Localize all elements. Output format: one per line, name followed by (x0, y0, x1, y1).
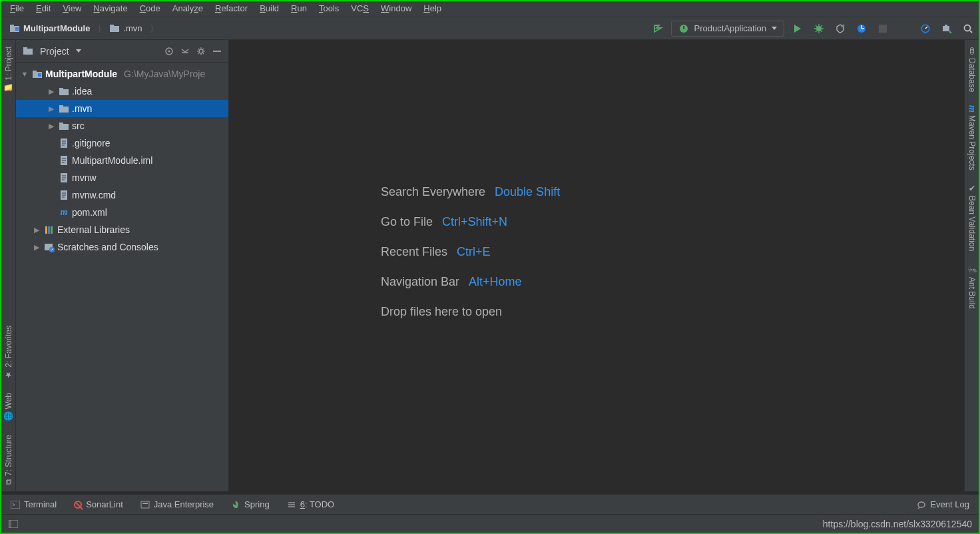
left-tool-strip: 📁1: Project ★2: Favorites 🌐Web ⧉7: Struc… (1, 40, 16, 491)
menu-window[interactable]: Window (375, 1, 417, 15)
chevron-down-icon (772, 27, 777, 30)
menu-file[interactable]: File (4, 1, 30, 15)
svg-rect-11 (943, 26, 949, 31)
placeholder-row: Go to FileCtrl+Shift+N (381, 215, 560, 229)
gear-icon[interactable] (196, 47, 206, 56)
tree-scratches[interactable]: ▶Scratches and Consoles (16, 238, 228, 256)
module-icon (32, 69, 43, 79)
menu-code[interactable]: Code (134, 1, 166, 15)
tree-external-libraries[interactable]: ▶External Libraries (16, 221, 228, 238)
breadcrumb-item[interactable]: .mvn (104, 21, 147, 36)
debug-button[interactable] (811, 21, 827, 37)
tab-spring[interactable]: Spring (231, 499, 270, 509)
expand-arrow-icon[interactable]: ▶ (47, 105, 56, 113)
gauge-icon[interactable] (917, 21, 933, 37)
update-button[interactable] (939, 21, 955, 37)
svg-rect-21 (33, 71, 37, 73)
tree-item[interactable]: ▶src (16, 117, 228, 134)
menu-view[interactable]: View (57, 1, 87, 15)
menu-analyze[interactable]: Analyze (166, 1, 209, 15)
project-title[interactable]: Project (40, 46, 69, 57)
profiler-button[interactable] (854, 21, 869, 37)
tab-sonarlint[interactable]: SonarLint (74, 499, 123, 509)
breadcrumb-separator: ⟩ (98, 23, 101, 33)
menu-run[interactable]: Run (285, 1, 313, 15)
tree-item[interactable]: .gitignore (16, 134, 228, 152)
right-tool-strip: 🛢Database mMaven Projects ✔Bean Validati… (964, 40, 979, 491)
status-watermark: https://blog.csdn.net/slx3320612540 (823, 519, 972, 529)
expand-arrow-icon[interactable]: ▶ (47, 122, 56, 131)
menu-tools[interactable]: Tools (313, 1, 345, 15)
breadcrumb-separator: ⟩ (150, 23, 154, 33)
tree-root[interactable]: ▼MultipartModuleG:\MyJava\MyProje (16, 65, 228, 83)
tree-item-label: pom.xml (72, 207, 107, 218)
menu-vcs[interactable]: VCS (345, 1, 375, 15)
expand-arrow-icon[interactable]: ▼ (20, 70, 29, 78)
placeholder-label: Search Everywhere (381, 185, 485, 199)
folder-icon (59, 103, 69, 114)
build-button[interactable] (650, 21, 666, 37)
svg-rect-14 (23, 49, 33, 55)
expand-arrow-icon[interactable]: ▶ (32, 243, 41, 252)
expand-arrow-icon[interactable]: ▶ (47, 87, 56, 96)
tool-bean-validation[interactable]: ✔Bean Validation (967, 177, 977, 258)
sonarlint-icon (74, 501, 82, 509)
tree-item[interactable]: mvnw.cmd (16, 186, 228, 204)
locate-icon[interactable] (164, 47, 174, 56)
breadcrumb-label: .mvn (123, 23, 142, 33)
placeholder-shortcut: Ctrl+Shift+N (442, 215, 507, 229)
run-config-selector[interactable]: ProductApplication (671, 21, 784, 37)
hide-icon[interactable] (212, 47, 222, 56)
tab-terminal[interactable]: Terminal (11, 499, 57, 509)
tool-maven[interactable]: mMaven Projects (967, 99, 977, 177)
project-tree[interactable]: ▼MultipartModuleG:\MyJava\MyProje▶.idea▶… (16, 63, 228, 491)
breadcrumb-item[interactable]: MultipartModule (4, 21, 95, 36)
placeholder-label: Navigation Bar (381, 275, 459, 289)
tree-item[interactable]: MultipartModule.iml (16, 152, 228, 169)
menu-edit[interactable]: Edit (30, 1, 57, 15)
tab-todo[interactable]: 6: TODO (287, 499, 335, 509)
menu-help[interactable]: Help (417, 1, 447, 15)
tab-java-enterprise[interactable]: Java Enterprise (140, 499, 214, 509)
project-tool-window: Project ▼MultipartModuleG:\MyJava\MyProj… (16, 40, 229, 491)
tool-ant[interactable]: 🐜Ant Build (967, 258, 977, 316)
run-config-name: ProductApplication (694, 23, 766, 33)
expand-arrow-icon[interactable]: ▶ (32, 226, 41, 234)
maven-icon: m (59, 207, 69, 218)
file-icon (59, 172, 69, 183)
tree-item[interactable]: ▶.mvn (16, 100, 228, 117)
tree-item[interactable]: ▶.idea (16, 83, 228, 100)
collapse-all-icon[interactable] (180, 47, 190, 56)
svg-point-18 (199, 49, 203, 53)
tool-database[interactable]: 🛢Database (967, 40, 977, 99)
tool-project[interactable]: 📁1: Project (4, 40, 13, 100)
svg-rect-35 (51, 226, 53, 234)
scratches-icon (44, 242, 55, 252)
stop-button[interactable] (875, 21, 891, 37)
menu-navigate[interactable]: Navigate (87, 1, 133, 15)
svg-point-17 (168, 50, 170, 52)
tool-structure[interactable]: ⧉7: Structure (4, 428, 13, 491)
run-button[interactable] (790, 21, 806, 37)
search-button[interactable] (960, 21, 976, 37)
tree-item[interactable]: mvnw (16, 169, 228, 186)
tree-item-label: src (72, 121, 85, 131)
tree-item-label: MultipartModule.iml (72, 155, 152, 166)
folder-icon (109, 23, 120, 34)
libraries-icon (44, 224, 55, 235)
tool-favorites[interactable]: ★2: Favorites (4, 319, 13, 386)
tree-item[interactable]: mpom.xml (16, 204, 228, 221)
svg-rect-34 (48, 226, 50, 234)
coverage-button[interactable] (832, 21, 848, 37)
file-icon (59, 155, 69, 166)
module-icon (9, 23, 20, 34)
tool-windows-toggle-icon[interactable] (8, 519, 19, 529)
event-log-button[interactable]: Event Log (917, 499, 969, 509)
tool-web[interactable]: 🌐Web (4, 386, 13, 428)
menu-build[interactable]: Build (254, 1, 285, 15)
folder-icon (59, 86, 69, 97)
menu-refactor[interactable]: Refactor (209, 1, 254, 15)
breadcrumb: MultipartModule ⟩ .mvn ⟩ (4, 21, 155, 36)
chevron-down-icon[interactable] (76, 49, 81, 53)
placeholder-row: Recent FilesCtrl+E (381, 245, 560, 259)
